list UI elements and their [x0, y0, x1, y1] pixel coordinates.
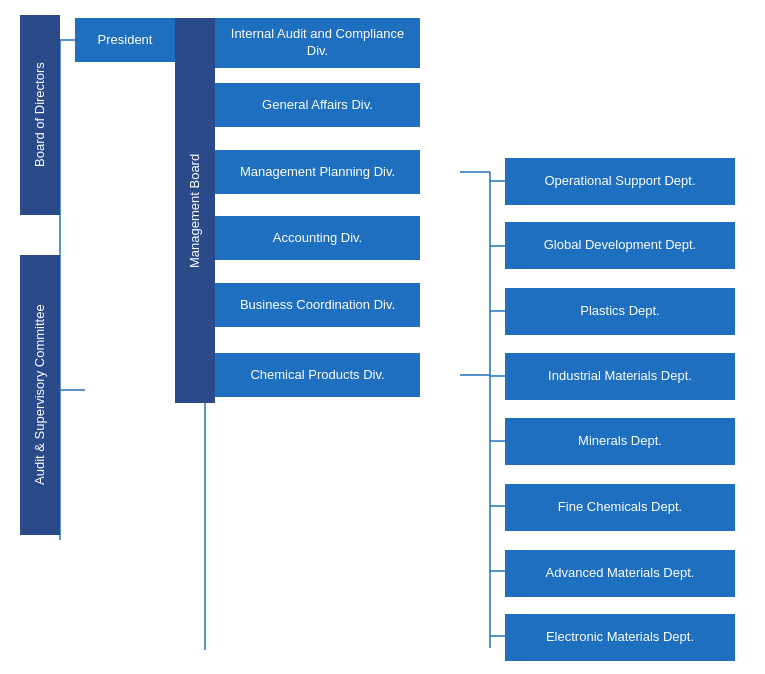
fine-chemicals-box: Fine Chemicals Dept. — [505, 484, 735, 531]
global-development-box: Global Development Dept. — [505, 222, 735, 269]
industrial-materials-box: Industrial Materials Dept. — [505, 353, 735, 400]
management-planning-box: Management Planning Div. — [215, 150, 420, 194]
electronic-materials-box: Electronic Materials Dept. — [505, 614, 735, 661]
chemical-products-box: Chemical Products Div. — [215, 353, 420, 397]
president-box: President — [75, 18, 175, 62]
general-affairs-box: General Affairs Div. — [215, 83, 420, 127]
advanced-materials-box: Advanced Materials Dept. — [505, 550, 735, 597]
plastics-box: Plastics Dept. — [505, 288, 735, 335]
operational-support-box: Operational Support Dept. — [505, 158, 735, 205]
board-of-directors: Board of Directors — [20, 15, 60, 215]
business-coordination-box: Business Coordination Div. — [215, 283, 420, 327]
org-chart: Board of Directors Audit & Supervisory C… — [0, 0, 765, 674]
accounting-box: Accounting Div. — [215, 216, 420, 260]
minerals-box: Minerals Dept. — [505, 418, 735, 465]
audit-supervisory-committee: Audit & Supervisory Committee — [20, 255, 60, 535]
internal-audit-box: Internal Audit and Compliance Div. — [215, 18, 420, 68]
management-board: Management Board — [175, 18, 215, 403]
